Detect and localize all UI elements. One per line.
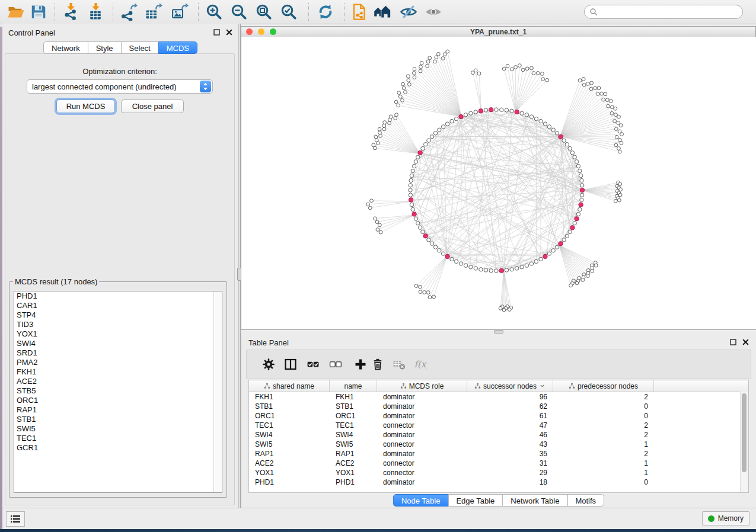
cell-MCDS-role[interactable]: dominator [377,449,467,459]
table-scrollbar-thumb[interactable] [742,393,747,472]
mcds-result-item[interactable]: SWI4 [14,339,222,348]
cell-successor-nodes[interactable]: 62 [467,402,553,411]
network-window-titlebar[interactable]: YPA_prune.txt_1 [241,27,755,37]
zoom-out-button[interactable] [230,3,248,21]
table-options-button[interactable] [261,357,276,371]
zoom-selected-button[interactable] [280,3,298,21]
show-columns-button[interactable] [283,357,298,371]
cell-name[interactable]: SWI4 [330,430,377,440]
export-network-button[interactable] [120,3,138,21]
cell-predecessor-nodes[interactable]: 0 [553,477,654,487]
cell-shared-name[interactable]: PHD1 [249,477,330,487]
tab-style[interactable]: Style [88,41,122,54]
table-row[interactable]: RAP1RAP1dominator352 [249,449,748,459]
cell-predecessor-nodes[interactable]: 1 [553,459,654,468]
network-graph[interactable] [241,37,756,329]
table-row[interactable]: PHD1PHD1dominator180 [249,477,748,487]
cell-successor-nodes[interactable]: 35 [467,449,553,459]
table-row[interactable]: STB1STB1dominator620 [249,402,748,411]
cell-name[interactable]: STB1 [330,402,377,411]
cell-successor-nodes[interactable]: 47 [467,421,553,430]
cell-successor-nodes[interactable]: 29 [467,468,553,477]
tab-motifs[interactable]: Motifs [567,494,604,507]
import-table-button[interactable] [87,3,104,21]
cell-MCDS-role[interactable]: dominator [377,430,467,440]
cell-shared-name[interactable]: YOX1 [249,468,330,477]
run-mcds-button[interactable]: Run MCDS [56,100,115,113]
cell-shared-name[interactable]: SWI5 [249,440,330,449]
cell-MCDS-role[interactable]: connector [377,468,467,477]
cell-predecessor-nodes[interactable]: 1 [553,440,654,449]
select-all-columns-button[interactable] [306,357,320,371]
delete-column-button[interactable] [371,357,385,371]
cell-name[interactable]: YOX1 [330,468,377,477]
cell-predecessor-nodes[interactable]: 2 [553,421,654,430]
table-scrollbar[interactable] [740,392,748,492]
cell-name[interactable]: SWI5 [330,440,377,449]
column-header-MCDS-role[interactable]: MCDS role [377,380,467,392]
cell-MCDS-role[interactable]: dominator [377,392,467,402]
table-row[interactable]: ACE2ACE2connector311 [249,459,748,468]
table-row[interactable]: ORC1ORC1dominator610 [249,411,748,421]
close-table-panel-icon[interactable] [741,338,750,347]
mcds-result-item[interactable]: GCR1 [14,443,222,453]
mcds-result-item[interactable]: FKH1 [14,367,222,377]
table-row[interactable]: SWI4SWI4dominator462 [249,430,748,440]
column-header-predecessor-nodes[interactable]: predecessor nodes [553,380,654,392]
cell-predecessor-nodes[interactable]: 2 [553,430,654,440]
cell-successor-nodes[interactable]: 61 [467,411,553,421]
mcds-result-item[interactable]: STP4 [14,310,222,320]
hide-panels-button[interactable] [400,3,417,21]
table-row[interactable]: YOX1YOX1connector291 [249,468,748,477]
save-session-button[interactable] [30,3,47,21]
cell-shared-name[interactable]: STB1 [249,402,330,411]
cell-name[interactable]: PHD1 [330,477,377,487]
mcds-result-item[interactable]: ACE2 [14,377,222,386]
mcds-result-item[interactable]: PMA2 [14,358,222,367]
cell-shared-name[interactable]: TEC1 [249,421,330,430]
table-row[interactable]: FKH1FKH1dominator962 [249,392,748,402]
open-file-button[interactable] [7,3,25,21]
mcds-result-item[interactable]: STB5 [14,386,222,396]
search-input[interactable] [600,6,738,18]
close-panel-icon[interactable] [225,28,234,37]
optimization-criterion-select[interactable]: largest connected component (undirected) [27,79,213,94]
tab-network[interactable]: Network [43,41,88,54]
close-panel-button[interactable]: Close panel [121,100,184,113]
mcds-result-list[interactable]: PHD1CAR1STP4TID3YOX1SWI4SRD1PMA2FKH1ACE2… [14,291,222,493]
cell-predecessor-nodes[interactable]: 2 [553,449,654,459]
mcds-result-item[interactable]: RAP1 [14,405,222,415]
cell-successor-nodes[interactable]: 31 [467,459,553,468]
cell-shared-name[interactable]: FKH1 [249,392,330,402]
zoom-fit-button[interactable] [255,3,273,21]
memory-button[interactable]: Memory [702,511,749,525]
cell-name[interactable]: FKH1 [330,392,377,402]
create-column-button[interactable] [353,357,368,371]
show-all-networks-button[interactable] [374,3,391,21]
mcds-result-item[interactable]: SRD1 [14,348,222,358]
cell-shared-name[interactable]: ACE2 [249,459,330,468]
table-row[interactable]: TEC1TEC1connector472 [249,421,748,430]
mcds-result-item[interactable]: PHD1 [14,291,222,301]
cell-MCDS-role[interactable]: connector [377,421,467,430]
float-table-panel-icon[interactable] [729,338,738,347]
mcds-result-item[interactable]: TEC1 [14,434,222,443]
mcds-result-item[interactable]: SWI5 [14,424,222,434]
search-box[interactable] [584,5,743,19]
export-image-button[interactable] [171,3,189,21]
zoom-in-button[interactable] [205,3,223,21]
cell-MCDS-role[interactable]: dominator [377,477,467,487]
cell-successor-nodes[interactable]: 96 [467,392,553,402]
cell-predecessor-nodes[interactable]: 1 [553,468,654,477]
mcds-list-scrollbar[interactable] [213,291,222,492]
cell-name[interactable]: ACE2 [330,459,377,468]
column-header-shared-name[interactable]: shared name [249,380,330,392]
deselect-all-columns-button[interactable] [328,357,343,371]
cell-MCDS-role[interactable]: dominator [377,402,467,411]
column-header-name[interactable]: name [330,380,377,392]
cell-predecessor-nodes[interactable]: 0 [553,411,654,421]
cell-successor-nodes[interactable]: 18 [467,477,553,487]
cell-name[interactable]: RAP1 [330,449,377,459]
task-history-button[interactable] [6,511,25,527]
table-row[interactable]: SWI5SWI5connector431 [249,440,748,449]
